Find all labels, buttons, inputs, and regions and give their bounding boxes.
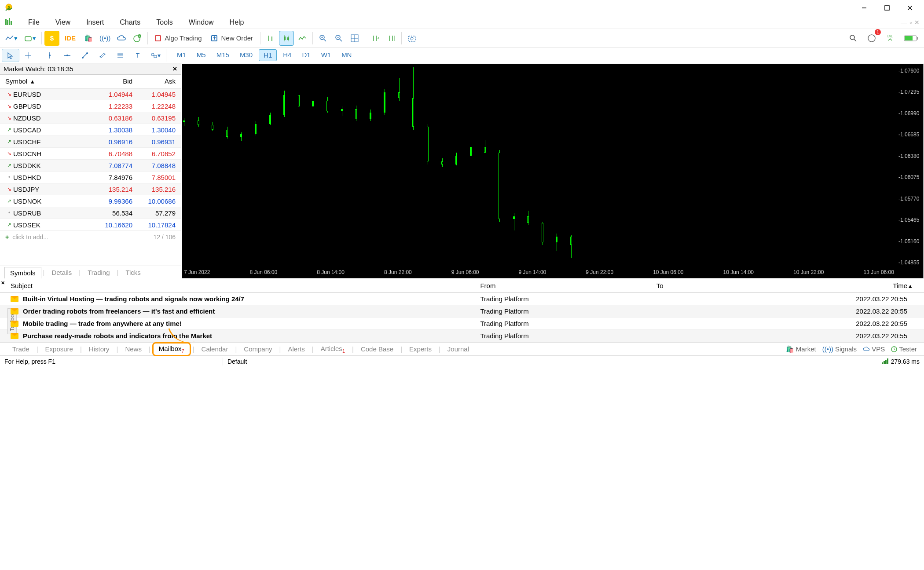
mail-row[interactable]: Built-in Virtual Hosting — trading robot… xyxy=(0,293,924,305)
timeframe-D1[interactable]: D1 xyxy=(297,49,315,61)
signals-icon[interactable]: ((•)) xyxy=(97,31,113,46)
cloud-icon[interactable] xyxy=(114,31,129,46)
screenshot-icon[interactable] xyxy=(404,31,419,46)
bag-icon[interactable]: 🛍️ xyxy=(81,31,96,46)
menu-file[interactable]: File xyxy=(20,17,48,28)
toolbox-close[interactable]: ✕ xyxy=(1,280,5,286)
timeframe-W1[interactable]: W1 xyxy=(317,49,336,61)
timeframe-M5[interactable]: M5 xyxy=(192,49,210,61)
market-link[interactable]: 🛍️ Market xyxy=(786,345,816,353)
symbol-row-USDNOK[interactable]: ↗ USDNOK 9.99366 10.00686 xyxy=(0,195,181,207)
symbol-row-USDDKK[interactable]: ↗ USDDKK 7.08774 7.08848 xyxy=(0,160,181,172)
cursor-tool[interactable] xyxy=(2,49,19,62)
notifications-icon[interactable]: 1 xyxy=(864,31,879,46)
menu-view[interactable]: View xyxy=(48,17,78,28)
toolbox-tab-articles[interactable]: Articles1 xyxy=(315,343,350,355)
symbol-row-USDCHF[interactable]: ↗ USDCHF 0.96916 0.96931 xyxy=(0,136,181,148)
symbol-row-USDHKD[interactable]: • USDHKD 7.84976 7.85001 xyxy=(0,172,181,183)
window-maximize[interactable] xyxy=(876,1,898,15)
symbol-row-USDCAD[interactable]: ↗ USDCAD 1.30038 1.30040 xyxy=(0,124,181,136)
window-close[interactable] xyxy=(899,1,920,15)
zoom-in-icon[interactable] xyxy=(315,31,330,46)
toolbox-tab-code-base[interactable]: Code Base xyxy=(356,344,399,354)
line-chart-icon[interactable] xyxy=(295,31,310,46)
menu-charts[interactable]: Charts xyxy=(112,17,148,28)
menu-tools[interactable]: Tools xyxy=(148,17,180,28)
toolbox-tab-trade[interactable]: Trade xyxy=(7,344,35,354)
line-chart-dropdown[interactable]: ▾ xyxy=(3,31,20,46)
symbol-row-GBPUSD[interactable]: ↘ GBPUSD 1.22233 1.22248 xyxy=(0,100,181,112)
toolbox-tab-experts[interactable]: Experts xyxy=(404,344,437,354)
zoom-out-icon[interactable] xyxy=(331,31,346,46)
autoscroll-icon[interactable] xyxy=(384,31,399,46)
timeframe-H1[interactable]: H1 xyxy=(259,49,277,61)
toolbox-tab-alerts[interactable]: Alerts xyxy=(282,344,310,354)
trendline-tool[interactable] xyxy=(76,49,94,62)
mdi-minimize-icon[interactable]: — xyxy=(901,19,907,26)
mail-row[interactable]: Purchase ready-made robots and indicator… xyxy=(0,330,924,342)
globe-plus-icon[interactable]: + xyxy=(130,31,145,46)
tester-link[interactable]: Tester xyxy=(891,345,917,353)
vline-tool[interactable] xyxy=(41,49,59,62)
level-icon[interactable]: LVL xyxy=(883,31,898,46)
bar-chart-icon[interactable] xyxy=(263,31,278,46)
mdi-close-icon[interactable]: ✕ xyxy=(914,19,920,26)
mw-tab-trading[interactable]: Trading xyxy=(82,267,115,278)
hline-tool[interactable] xyxy=(59,49,76,62)
mdi-restore-icon[interactable]: ▫ xyxy=(909,19,912,26)
symbol-row-NZDUSD[interactable]: ↘ NZDUSD 0.63186 0.63195 xyxy=(0,112,181,124)
crosshair-tool[interactable] xyxy=(19,49,37,62)
chart-area[interactable]: -1.07600-1.07295-1.06990-1.06685-1.06380… xyxy=(182,64,924,278)
status-profile[interactable]: Default xyxy=(227,358,247,365)
search-icon[interactable] xyxy=(846,31,861,46)
marketplace-button[interactable]: $ xyxy=(44,31,59,46)
timeframe-MN[interactable]: MN xyxy=(337,49,356,61)
symbol-row-USDJPY[interactable]: ↘ USDJPY 135.214 135.216 xyxy=(0,183,181,195)
channel-tool[interactable] xyxy=(94,49,111,62)
toolbox-tab-history[interactable]: History xyxy=(84,344,115,354)
battery-icon[interactable] xyxy=(901,31,921,46)
mw-tab-ticks[interactable]: Ticks xyxy=(120,267,146,278)
timeframe-H4[interactable]: H4 xyxy=(279,49,296,61)
menu-help[interactable]: Help xyxy=(222,17,252,28)
fibo-tool[interactable] xyxy=(111,49,129,62)
toolbox-tab-calendar[interactable]: Calendar xyxy=(196,344,234,354)
timeframe-M1[interactable]: M1 xyxy=(172,49,191,61)
market-watch-close[interactable]: ✕ xyxy=(172,66,177,72)
symbol-row-USDCNH[interactable]: ↘ USDCNH 6.70488 6.70852 xyxy=(0,148,181,160)
window-minimize[interactable] xyxy=(854,1,875,15)
timeframe-M15[interactable]: M15 xyxy=(212,49,234,61)
ide-button[interactable]: IDE xyxy=(60,31,80,46)
mail-row[interactable]: Mobile trading — trade from anywhere at … xyxy=(0,318,924,330)
scroll-up-icon[interactable]: ▴ xyxy=(907,282,913,290)
algo-trading-button[interactable]: Algo Trading xyxy=(150,31,206,46)
shapes-tool[interactable]: ▾ xyxy=(147,49,164,62)
toolbox-tab-news[interactable]: News xyxy=(120,344,147,354)
shift-icon[interactable] xyxy=(368,31,383,46)
text-tool[interactable]: T xyxy=(129,49,147,62)
timeframe-M30[interactable]: M30 xyxy=(235,49,257,61)
candle-chart-icon[interactable] xyxy=(279,31,294,46)
mail-row[interactable]: Order trading robots from freelancers — … xyxy=(0,305,924,318)
symbol-row-USDRUB[interactable]: • USDRUB 56.534 57.279 xyxy=(0,207,181,219)
menu-insert[interactable]: Insert xyxy=(78,17,112,28)
signals-link[interactable]: ((•)) Signals xyxy=(822,345,857,353)
new-order-button[interactable]: New Order xyxy=(207,31,257,46)
market-watch-columns[interactable]: Symbol ▴ Bid Ask xyxy=(0,75,181,88)
vps-link[interactable]: VPS xyxy=(863,345,885,353)
mw-tab-details[interactable]: Details xyxy=(46,267,77,278)
toolbox-tab-mailbox[interactable]: Mailbox7 xyxy=(152,342,191,356)
mw-tab-symbols[interactable]: Symbols xyxy=(4,267,41,278)
toolbox-tab-journal[interactable]: Journal xyxy=(442,344,474,354)
market-watch-add[interactable]: + click to add... 12 / 106 xyxy=(0,231,181,243)
symbol-row-EURUSD[interactable]: ↘ EURUSD 1.04944 1.04945 xyxy=(0,88,181,100)
grid-icon[interactable] xyxy=(347,31,362,46)
timeframe-dropdown[interactable]: ▾ xyxy=(21,31,39,46)
svg-text:T: T xyxy=(136,52,140,59)
svg-rect-10 xyxy=(25,37,31,41)
toolbox-tab-exposure[interactable]: Exposure xyxy=(40,344,78,354)
toolbox-tab-company[interactable]: Company xyxy=(238,344,277,354)
mail-columns[interactable]: Subject From To Time ▴ xyxy=(0,279,924,293)
symbol-row-USDSEK[interactable]: ↗ USDSEK 10.16620 10.17824 xyxy=(0,219,181,231)
menu-window[interactable]: Window xyxy=(181,17,222,28)
